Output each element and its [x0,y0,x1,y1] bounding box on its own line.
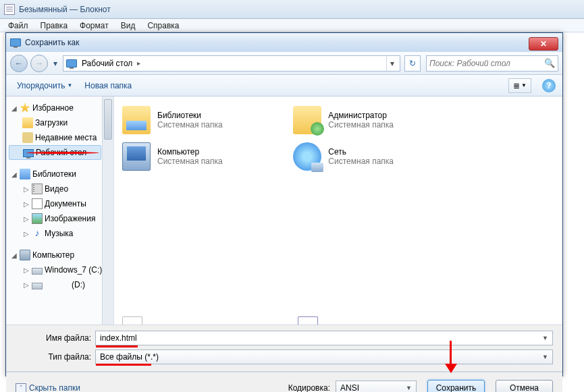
desktop-icon [23,149,34,157]
forward-button[interactable]: → [30,55,48,72]
document-icon [32,198,43,209]
music-icon: ♪ [32,228,43,239]
breadcrumb[interactable]: Рабочий стол ▸ ▾ [63,55,400,72]
sidebar-scrollbar[interactable] [102,96,113,325]
encoding-value: ANSI [340,383,359,393]
sidebar: ◢Избранное Загрузки Недавние места Рабоч… [6,96,114,325]
search-input[interactable] [429,59,544,68]
help-icon: ? [546,81,551,90]
save-button[interactable]: Сохранить [427,380,485,392]
view-icon: ≣ [513,81,520,90]
video-icon [32,184,43,194]
item-computer[interactable]: КомпьютерСистемная папка [122,140,291,173]
sidebar-computer[interactable]: ◢Компьютер [9,248,113,262]
sidebar-drive-d[interactable]: ▷(D:) [9,277,113,292]
save-as-dialog: Сохранить как ✕ ← → ▾ Рабочий стол ▸ ▾ ↻… [5,32,563,376]
back-button[interactable]: ← [10,55,28,72]
menu-help[interactable]: Справка [142,20,184,32]
file-fields: Имя файла: ▼ Тип файла: Все файлы (*.*) … [6,325,562,371]
dialog-title: Сохранить как [25,38,79,47]
sidebar-libraries[interactable]: ◢Библиотеки [9,167,113,181]
search-icon: 🔍 [544,58,555,68]
arrow-left-icon: ← [15,59,23,68]
recent-icon [22,132,33,143]
chevron-down-icon: ▼ [406,385,412,391]
filetype-select[interactable]: Все файлы (*.*) ▼ [95,349,553,364]
filename-combo[interactable]: ▼ [95,331,553,345]
encoding-label: Кодировка: [288,383,330,393]
drive-icon [32,283,43,289]
arrow-right-icon: → [35,59,43,68]
sidebar-documents[interactable]: ▷Документы [9,196,113,211]
file-icon [298,316,318,325]
notepad-titlebar: Безымянный — Блокнот [0,0,584,19]
libraries-icon [20,169,30,179]
menu-view[interactable]: Вид [115,20,141,32]
sidebar-recent[interactable]: Недавние места [9,130,113,145]
menu-format[interactable]: Формат [74,20,114,32]
sidebar-favorites[interactable]: ◢Избранное [9,101,113,115]
toolbar: Упорядочить ▼ Новая папка ≣▼ ? [6,75,562,96]
help-button[interactable]: ? [542,79,556,92]
cancel-button[interactable]: Отмена [496,380,553,392]
folder-icon [22,117,33,128]
desktop-icon [10,38,21,47]
filetype-label: Тип файла: [16,352,91,362]
filename-label: Имя файла: [16,333,91,343]
sidebar-videos[interactable]: ▷Видео [9,181,113,196]
sidebar-images[interactable]: ▷Изображения [9,211,113,226]
drive-icon [32,268,43,275]
notepad-title: Безымянный — Блокнот [19,5,111,14]
refresh-button[interactable]: ↻ [404,55,421,72]
organize-button[interactable]: Упорядочить ▼ [13,78,76,93]
close-button[interactable]: ✕ [529,37,558,51]
menu-edit[interactable]: Правка [35,20,74,32]
computer-icon [20,250,30,260]
close-icon: ✕ [540,39,547,49]
filename-input[interactable] [100,333,542,343]
image-icon [32,213,43,224]
dialog-titlebar: Сохранить как ✕ [6,33,562,52]
notepad-menubar: Файл Правка Формат Вид Справка [0,19,584,32]
sidebar-drive-c[interactable]: ▷Windows_7 (C:) [9,262,113,277]
bottom-bar: ˄ Скрыть папки Кодировка: ANSI ▼ Сохрани… [6,372,562,392]
chevron-down-icon[interactable]: ▼ [542,335,548,341]
chevron-right-icon: ▸ [137,59,140,67]
sidebar-music[interactable]: ▷♪Музыка [9,226,113,241]
organize-label: Упорядочить [17,81,65,90]
desktop-icon [66,59,77,67]
scrollbar-thumb[interactable] [104,99,112,140]
notepad-icon [4,4,15,15]
hide-folders-button[interactable]: ˄ Скрыть папки [16,383,80,393]
nav-row: ← → ▾ Рабочий стол ▸ ▾ ↻ 🔍 [6,52,562,75]
file-icon [122,316,142,325]
star-icon [20,103,30,113]
view-mode-button[interactable]: ≣▼ [508,78,531,93]
item-administrator[interactable]: АдминистраторСистемная папка [293,103,462,137]
filetype-value: Все файлы (*.*) [100,352,159,362]
chevron-down-icon: ▼ [521,82,527,88]
chevron-up-icon: ˄ [16,383,26,393]
sidebar-desktop[interactable]: Рабочий стол [9,145,101,160]
item-network[interactable]: СетьСистемная папка [293,140,462,173]
breadcrumb-location[interactable]: Рабочий стол [80,59,134,68]
new-folder-button[interactable]: Новая папка [80,78,136,93]
refresh-icon: ↻ [409,59,416,68]
menu-file[interactable]: Файл [3,20,34,32]
search-box[interactable]: 🔍 [426,55,558,72]
item-libraries[interactable]: БиблиотекиСистемная папка [122,103,291,137]
chevron-down-icon: ▼ [67,82,72,88]
user-folder-icon [293,106,321,134]
file-list[interactable]: БиблиотекиСистемная папка АдминистраторС… [114,96,562,325]
libraries-icon [122,106,151,134]
encoding-select[interactable]: ANSI ▼ [336,381,417,393]
sidebar-downloads[interactable]: Загрузки [9,115,113,130]
nav-history-dropdown[interactable]: ▾ [51,59,60,68]
computer-icon [122,142,151,171]
chevron-down-icon: ▼ [542,354,548,360]
breadcrumb-dropdown[interactable]: ▾ [386,56,397,71]
network-icon [293,142,321,171]
